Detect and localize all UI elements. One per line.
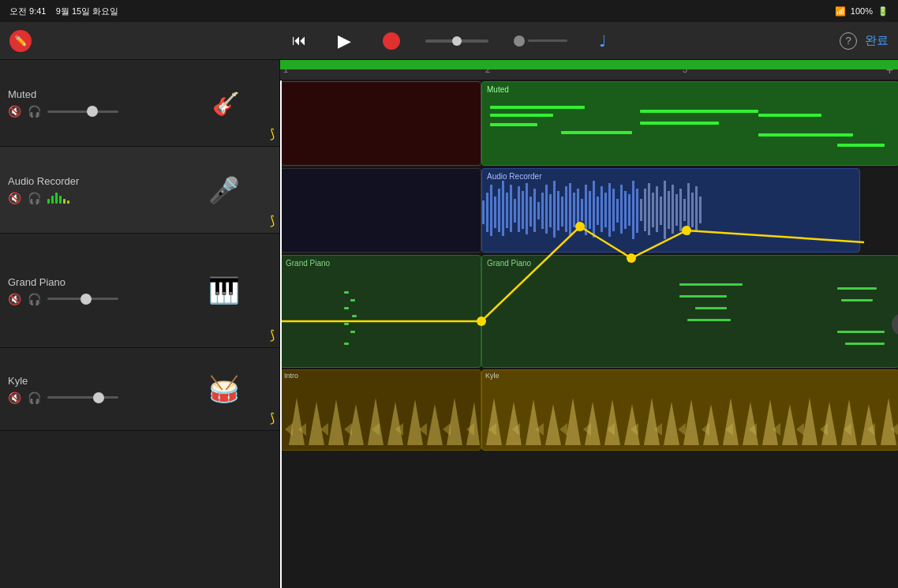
help-button[interactable]: ?	[840, 32, 857, 50]
svg-marker-75	[486, 398, 502, 445]
kyle-block-main[interactable]: Kyle	[481, 369, 898, 451]
svg-rect-44	[656, 186, 658, 232]
mute-icon-kyle[interactable]: 🔇	[8, 391, 21, 404]
svg-marker-86	[703, 404, 719, 445]
mute-icon-audio[interactable]: 🔇	[8, 192, 21, 204]
tempo-slider-area[interactable]	[507, 32, 574, 50]
svg-rect-4	[498, 189, 500, 232]
done-button[interactable]: 완료	[865, 33, 889, 48]
svg-marker-64	[447, 398, 462, 445]
track-header-audio: Audio Recorder 🔇 🎧 🎤 ⟆	[0, 147, 279, 234]
svg-marker-85	[683, 399, 699, 445]
instrument-thumb-audio[interactable]: 🎤	[208, 175, 240, 205]
status-bar: 오전 9:41 9월 15일 화요일 📶 100% 🔋	[0, 0, 898, 22]
record-icon-button[interactable]: ✏️	[9, 30, 32, 52]
track-lane-audio: Audio Recorder	[280, 167, 898, 254]
record-button[interactable]	[376, 29, 406, 53]
play-icon: ▶	[338, 31, 351, 51]
master-volume-slider[interactable]	[425, 39, 488, 43]
svg-rect-37	[628, 194, 630, 226]
svg-marker-95	[881, 398, 896, 445]
svg-marker-62	[407, 399, 423, 445]
rewind-button[interactable]: ⏮	[286, 29, 312, 52]
muted-block-midi[interactable]: Muted	[481, 81, 898, 166]
svg-rect-31	[604, 193, 607, 227]
svg-rect-42	[648, 183, 650, 235]
svg-rect-22	[569, 183, 571, 235]
automation-btn-piano[interactable]: ⟆	[270, 328, 275, 343]
svg-rect-0	[482, 200, 485, 224]
volume-slider-kyle[interactable]	[47, 396, 118, 399]
svg-rect-34	[616, 199, 619, 223]
headphone-icon-kyle[interactable]: 🎧	[28, 391, 41, 404]
svg-rect-11	[526, 183, 528, 234]
svg-marker-69	[344, 423, 352, 436]
svg-rect-23	[573, 193, 575, 227]
lane-divider-2	[280, 254, 898, 255]
automation-btn-kyle[interactable]: ⟆	[270, 410, 275, 425]
toolbar-left-actions: ✏️	[9, 30, 32, 52]
volume-knob-piano[interactable]	[80, 294, 92, 305]
wifi-icon: 📶	[835, 6, 846, 17]
svg-marker-78	[545, 404, 561, 445]
svg-rect-25	[581, 199, 583, 221]
svg-marker-73	[443, 423, 451, 436]
svg-rect-6	[506, 193, 508, 228]
headphone-icon-audio[interactable]: 🎧	[28, 192, 41, 204]
automation-btn-audio[interactable]: ⟆	[270, 213, 275, 228]
toolbar-right-actions: ? 완료	[840, 32, 889, 50]
volume-slider-piano[interactable]	[47, 298, 118, 300]
svg-rect-26	[585, 185, 587, 235]
question-icon: ?	[845, 35, 851, 47]
instrument-thumb-piano[interactable]: 🎹	[208, 275, 240, 305]
audio-block-waveform[interactable]: Audio Recorder	[481, 168, 860, 253]
svg-rect-19	[557, 191, 559, 230]
svg-rect-54	[695, 186, 698, 232]
instrument-thumb-kyle[interactable]: 🥁	[208, 374, 240, 404]
svg-rect-50	[679, 189, 682, 231]
mute-icon-muted[interactable]: 🔇	[8, 105, 21, 118]
automation-btn-muted[interactable]: ⟆	[270, 126, 275, 141]
drum-waveform-intro-svg	[281, 382, 481, 451]
svg-marker-91	[802, 398, 818, 445]
pencil-icon: ✏️	[14, 35, 27, 47]
play-button[interactable]: ▶	[331, 28, 357, 54]
svg-marker-60	[368, 398, 384, 445]
volume-slider-muted[interactable]	[47, 110, 118, 113]
section-indicator-bar	[280, 60, 898, 69]
svg-marker-93	[841, 399, 857, 445]
svg-marker-87	[723, 398, 739, 445]
automation-icon-audio: ⟆	[270, 214, 275, 227]
instrument-thumb-muted[interactable]: 🎸	[212, 90, 240, 116]
svg-rect-47	[668, 191, 670, 229]
piano-block-2[interactable]: Grand Piano	[481, 255, 898, 368]
svg-rect-2	[490, 185, 492, 236]
muted-block-empty[interactable]	[280, 81, 481, 166]
volume-knob-kyle[interactable]	[93, 392, 104, 403]
svg-marker-63	[427, 404, 443, 445]
kyle-block-intro-label: Intro	[284, 372, 298, 380]
status-time: 오전 9:41	[9, 6, 46, 16]
tempo-dot-icon	[514, 36, 525, 47]
svg-rect-5	[502, 181, 504, 236]
svg-rect-8	[514, 199, 516, 223]
svg-rect-38	[632, 181, 634, 239]
svg-rect-29	[597, 197, 599, 225]
piano-block-1[interactable]: Grand Piano	[280, 255, 481, 368]
headphone-icon-muted[interactable]: 🎧	[28, 105, 41, 118]
automation-icon-piano: ⟆	[270, 328, 275, 342]
audio-block-empty[interactable]	[280, 168, 481, 253]
mute-icon-piano[interactable]: 🔇	[8, 293, 21, 305]
svg-rect-9	[518, 186, 520, 232]
tempo-line-icon	[528, 39, 567, 42]
kyle-block-intro[interactable]: Intro	[280, 369, 481, 451]
svg-rect-49	[675, 194, 678, 226]
svg-rect-15	[541, 193, 544, 229]
svg-rect-16	[545, 185, 548, 234]
volume-knob-muted[interactable]	[87, 106, 98, 117]
track-header-piano: Grand Piano 🔇 🎧 🎹 ⟆	[0, 234, 279, 348]
metronome-button[interactable]: ♩	[593, 28, 612, 54]
svg-rect-52	[687, 183, 690, 235]
svg-marker-81	[604, 399, 620, 445]
headphone-icon-piano[interactable]: 🎧	[28, 293, 41, 305]
